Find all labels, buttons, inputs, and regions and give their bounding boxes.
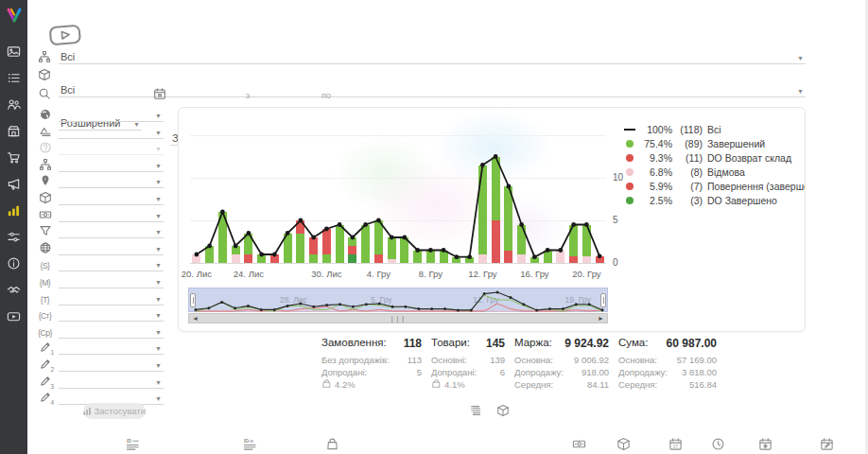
- help-icon: [38, 141, 52, 154]
- column-header-calendar-lock-icon[interactable]: [758, 437, 773, 454]
- filter-select[interactable]: ▼: [59, 340, 164, 355]
- legend-label: DO Возврат склад: [707, 152, 791, 164]
- x-tick-label: 24. Лис: [234, 269, 264, 279]
- view-toggles: [470, 404, 511, 418]
- sidebar-item-users-icon[interactable]: [7, 96, 22, 112]
- filter-select[interactable]: ▼: [59, 273, 164, 288]
- legend-item[interactable]: 100% (118) Всі: [623, 122, 806, 136]
- x-tick-label: 30. Лис: [311, 269, 341, 279]
- svg-text:ID: ID: [127, 438, 131, 444]
- scroll-left-arrow-icon[interactable]: ◄: [192, 315, 199, 322]
- sidebar-item-cart-icon[interactable]: [7, 149, 22, 165]
- sidebar-item-window-image-icon[interactable]: [7, 44, 22, 59]
- box-icon: [38, 68, 51, 81]
- scrollbar-grip[interactable]: | | |: [391, 315, 405, 322]
- column-header-id-o-lines-icon[interactable]: ID-o: [243, 437, 258, 454]
- legend-item[interactable]: 2.5% (3) DO Завершено: [623, 193, 806, 207]
- orders-bar-chart[interactable]: [190, 131, 606, 263]
- scroll-right-arrow-icon[interactable]: ►: [598, 315, 604, 322]
- filter-select[interactable]: ▼: [59, 207, 164, 222]
- x-tick-label: 16. Гру: [520, 269, 548, 279]
- legend-percent: 2.5%: [640, 195, 672, 206]
- filter-select[interactable]: ▼: [59, 240, 164, 255]
- column-header-bag-icon[interactable]: [325, 437, 340, 454]
- view-toggle-box-icon[interactable]: [496, 404, 511, 418]
- filter-select[interactable]: ▼: [59, 190, 164, 205]
- filter-select[interactable]: ▼: [59, 124, 164, 139]
- filter-select[interactable]: ▼: [59, 157, 164, 172]
- sidebar-item-list-icon[interactable]: [7, 70, 22, 85]
- stat-sub-value: 3 818.00: [682, 366, 717, 378]
- chevron-down-icon: ▼: [155, 179, 162, 185]
- legend-count: (3): [678, 195, 703, 206]
- chevron-down-icon: ▼: [155, 279, 162, 286]
- chevron-down-icon: ▼: [797, 88, 804, 95]
- navigator-right-handle[interactable]: [600, 293, 606, 307]
- apply-filters-button[interactable]: Застосувати: [83, 403, 146, 419]
- filter-select[interactable]: ▼: [59, 374, 164, 389]
- sidebar-item-store-icon[interactable]: [7, 123, 22, 138]
- legend-item[interactable]: 9.3% (11) DO Возврат склад: [623, 150, 806, 165]
- navigator-scrollbar[interactable]: ◄ | | | ►: [188, 313, 608, 323]
- column-header-calendar-edit-icon[interactable]: [820, 437, 835, 454]
- stat-column: Замовлення:118Без допродажів:113Допродан…: [321, 337, 422, 391]
- chevron-down-icon: ▼: [155, 329, 162, 336]
- sidebar-item-sliders-icon[interactable]: [7, 229, 22, 244]
- chevron-down-icon: ▼: [155, 395, 162, 402]
- sidebar-item-chart-icon[interactable]: [7, 202, 22, 218]
- main-sidebar: [0, 0, 27, 454]
- filter-select[interactable]: ▼: [59, 290, 164, 306]
- legend-label: Відмова: [707, 166, 745, 178]
- column-header-calendar-17-icon[interactable]: 17: [668, 437, 684, 454]
- filter-select[interactable]: ▼: [59, 140, 164, 155]
- legend-dot-marker: [626, 183, 634, 190]
- apply-button-label: Застосувати: [95, 406, 146, 416]
- filter-select[interactable]: ▼: [59, 323, 164, 339]
- stat-value: 145: [486, 337, 505, 350]
- product-filter-select[interactable]: Всі▼: [59, 82, 806, 97]
- stat-sub-value: 918.00: [582, 366, 609, 378]
- sidebar-item-video-icon[interactable]: [7, 308, 22, 323]
- analytics-dashboard: Всі▼ Всі▼ Розширений▼ Закріплене▼ з 2022…: [0, 0, 868, 454]
- chevron-down-icon: ▼: [155, 130, 162, 136]
- navigator-left-handle[interactable]: [190, 293, 196, 307]
- filter-select[interactable]: ▼: [59, 256, 164, 271]
- filter-select[interactable]: ▼: [59, 306, 164, 322]
- category-filter-select[interactable]: Всі▼: [59, 49, 806, 64]
- filter-select[interactable]: ▼: [59, 107, 164, 122]
- filter-row-17: 3▼: [38, 374, 164, 389]
- stat-title: Товари:: [431, 337, 470, 350]
- sidebar-item-handshake-icon[interactable]: [7, 282, 22, 297]
- app-logo-icon[interactable]: [5, 6, 24, 28]
- sidebar-item-info-icon[interactable]: [7, 255, 22, 271]
- legend-item[interactable]: 6.8% (8) Відмова: [623, 165, 806, 179]
- y-tick-label: 0: [613, 257, 618, 268]
- filter-row-13: {Cт}▼: [38, 306, 164, 322]
- filter-row-9: ▼: [38, 240, 164, 255]
- column-header-clock-icon[interactable]: [711, 437, 726, 454]
- pencil-icon: 4: [38, 391, 52, 404]
- sidebar-item-megaphone-icon[interactable]: [7, 176, 22, 191]
- legend-item[interactable]: 5.9% (7) Повернення (завершений): [623, 179, 806, 193]
- legend-percent: 5.9%: [640, 181, 672, 192]
- svg-text:ID-o: ID-o: [244, 438, 253, 444]
- filter-select[interactable]: ▼: [59, 223, 164, 238]
- filter-row-11: {M}▼: [38, 273, 164, 288]
- filter-row-16: 2▼: [38, 357, 164, 372]
- sitemap-icon: [38, 50, 51, 63]
- video-tutorial-icon[interactable]: [48, 24, 82, 51]
- banknote-icon: [38, 208, 52, 221]
- legend-item[interactable]: 75.4% (89) Завершений: [623, 136, 806, 150]
- view-toggle-align-list-icon[interactable]: [470, 404, 484, 418]
- chevron-down-icon: ▼: [155, 262, 162, 269]
- chart-navigator: 28. Лис5. Гру12. Гру19. Гру ◄ | | | ►: [188, 288, 608, 323]
- filter-select[interactable]: ▼: [59, 173, 164, 188]
- stat-title: Маржа:: [514, 337, 552, 350]
- column-header-box-icon[interactable]: [616, 437, 632, 454]
- column-header-id-lines-icon[interactable]: ID: [126, 437, 141, 454]
- column-header-banknote-icon[interactable]: [572, 437, 587, 454]
- navigator-range[interactable]: 28. Лис5. Гру12. Гру19. Гру: [188, 288, 608, 312]
- legend-label: Повернення (завершений): [707, 181, 806, 192]
- legend-count: (7): [678, 181, 703, 192]
- filter-select[interactable]: ▼: [59, 357, 164, 372]
